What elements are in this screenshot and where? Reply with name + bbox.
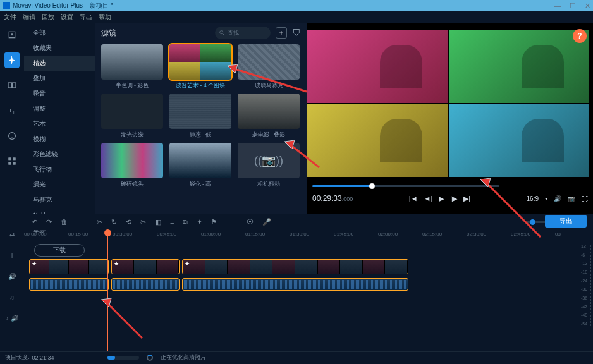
rail-import-icon[interactable] [4, 27, 20, 43]
audio-clip[interactable] [182, 278, 408, 291]
cat-blur[interactable]: 模糊 [24, 131, 95, 147]
transition-icon[interactable]: ⧉ [183, 218, 188, 226]
next-clip-icon[interactable]: ▶| [463, 195, 470, 203]
marker-icon[interactable]: ⚑ [211, 218, 217, 226]
snapshot-icon[interactable]: 📷 [568, 195, 575, 202]
help-button[interactable]: ? [573, 29, 587, 43]
filter-item[interactable]: 半色调 - 彩色 [101, 44, 163, 90]
timeline-toolbar: ↶ ↷ 🗑 ✂ ↻ ⟲ ✂ ◧ ≡ ⧉ ✦ ⚑ ⦿ 🎤 − + 导出 [0, 214, 593, 230]
filter-item[interactable]: 老电影 - 叠影 [238, 94, 300, 139]
filter-item[interactable]: 破碎镜头 [101, 143, 163, 188]
cut-icon[interactable]: ✂ [97, 218, 102, 226]
menu-playback[interactable]: 回放 [42, 13, 54, 21]
volume-icon[interactable]: 🔊 [554, 195, 561, 202]
seek-bar[interactable] [312, 181, 588, 190]
menu-export[interactable]: 导出 [80, 13, 92, 21]
prev-clip-icon[interactable]: |◄ [409, 195, 418, 203]
left-rail: TT [0, 23, 24, 214]
cat-favorites[interactable]: 收藏夹 [24, 40, 95, 56]
search-input[interactable]: 查找 [215, 27, 271, 39]
video-clip[interactable]: ★ [29, 259, 109, 274]
rail-stickers-icon[interactable] [4, 128, 20, 144]
aspect-ratio[interactable]: 16:9 [527, 195, 539, 202]
track-link-icon[interactable]: ♫ [9, 294, 15, 301]
star-icon: ★ [114, 260, 119, 267]
svg-rect-7 [13, 158, 15, 160]
step-fwd-icon[interactable]: |▶ [450, 195, 457, 203]
filter-item[interactable]: 玻璃马赛克 [238, 44, 300, 90]
filter-item[interactable]: 静态 - 低 [169, 94, 231, 139]
menu-file[interactable]: 文件 [4, 13, 16, 21]
cat-lightleak[interactable]: 漏光 [24, 177, 95, 192]
cat-featured[interactable]: 精选 [24, 56, 95, 71]
rail-more-icon[interactable] [4, 153, 20, 169]
svg-rect-1 [8, 83, 11, 88]
maximize-button[interactable]: ☐ [570, 2, 576, 10]
track-audio-icon[interactable]: ♪ 🔊 [6, 315, 18, 322]
category-sidebar: 全部 收藏夹 精选 叠加 噪音 调整 艺术 模糊 彩色滤镜 飞行物 漏光 马赛克… [24, 23, 95, 214]
zoom-out-icon[interactable]: − [518, 218, 522, 226]
timeline-body[interactable]: 00 00 000 00 15 00 00:30:00 00:45:00 01:… [24, 230, 579, 351]
svg-rect-2 [13, 83, 16, 88]
close-button[interactable]: ✕ [585, 2, 590, 10]
step-back-icon[interactable]: ◄| [424, 195, 433, 203]
add-button[interactable] [276, 27, 287, 39]
menu-help[interactable]: 帮助 [99, 13, 111, 21]
color-icon[interactable]: ◧ [155, 218, 161, 226]
audio-clip[interactable] [111, 278, 180, 291]
adjust-icon[interactable]: ≡ [170, 218, 174, 226]
crop-icon[interactable]: ⟲ [126, 218, 131, 226]
rail-filters-icon[interactable] [4, 52, 20, 68]
search-placeholder: 查找 [228, 29, 239, 37]
cat-noise[interactable]: 噪音 [24, 86, 95, 101]
playhead-time: 00:29:33.000 [312, 194, 353, 203]
delete-icon[interactable]: 🗑 [61, 218, 68, 226]
rail-titles-icon[interactable]: TT [4, 102, 20, 119]
cat-overlay[interactable]: 叠加 [24, 71, 95, 86]
cat-flying[interactable]: 飞行物 [24, 162, 95, 177]
cat-color[interactable]: 彩色滤镜 [24, 147, 95, 162]
filter-item[interactable]: 发光边缘 [101, 94, 163, 139]
star-icon: ★ [185, 260, 190, 267]
filter-item[interactable]: 波普艺术 - 4 个图块 [169, 44, 231, 90]
app-icon [3, 2, 10, 9]
svg-rect-8 [9, 162, 11, 164]
mic-icon[interactable]: 🎤 [262, 218, 271, 226]
cat-adjust[interactable]: 调整 [24, 101, 95, 116]
fullscreen-icon[interactable]: ⛶ [582, 195, 588, 202]
cat-all[interactable]: 全部 [24, 25, 95, 40]
export-button[interactable]: 导出 [545, 215, 587, 228]
video-clip[interactable]: ★ [111, 259, 180, 274]
redo-icon[interactable]: ↷ [46, 218, 52, 226]
spinner-icon [147, 355, 153, 361]
play-icon[interactable]: ▶ [439, 195, 444, 203]
track-text-icon[interactable]: T [10, 252, 14, 259]
wizard-icon[interactable]: ✦ [197, 218, 202, 226]
track-video-icon[interactable]: 🔊 [8, 273, 16, 280]
track-settings-icon[interactable]: ⇄ [9, 231, 15, 238]
video-clip[interactable]: ★ [182, 259, 408, 274]
record-icon[interactable]: ⦿ [247, 218, 254, 226]
crop2-icon[interactable]: ✂ [140, 218, 146, 226]
filter-item[interactable]: ((📷))相机抖动 [238, 143, 300, 188]
minimize-button[interactable]: — [554, 2, 561, 10]
menu-edit[interactable]: 编辑 [23, 13, 35, 21]
rail-transitions-icon[interactable] [4, 77, 20, 94]
progress-bar [107, 356, 139, 360]
audio-meters: 12-6-12-18-24-30-36-42-48-54 [579, 230, 593, 351]
filters-title: 滤镜 [101, 28, 210, 39]
filter-item[interactable]: 锐化 - 高 [169, 143, 231, 188]
playhead[interactable] [107, 230, 108, 351]
cat-art[interactable]: 艺术 [24, 116, 95, 131]
svg-rect-9 [13, 162, 15, 164]
cart-icon[interactable]: ⛉ [292, 28, 301, 38]
cat-mosaic[interactable]: 马赛克 [24, 192, 95, 207]
menu-bar: 文件 编辑 回放 设置 导出 帮助 [0, 11, 593, 23]
svg-point-10 [220, 31, 223, 34]
timeline: ⇄ T 🔊 ♫ ♪ 🔊 00 00 000 00 15 00 00:30:00 … [0, 230, 593, 351]
menu-settings[interactable]: 设置 [61, 13, 73, 21]
undo-icon[interactable]: ↶ [32, 218, 37, 226]
audio-clip[interactable] [29, 278, 109, 291]
duration-value: 02:21:34 [32, 355, 54, 361]
rotate-icon[interactable]: ↻ [111, 218, 117, 226]
